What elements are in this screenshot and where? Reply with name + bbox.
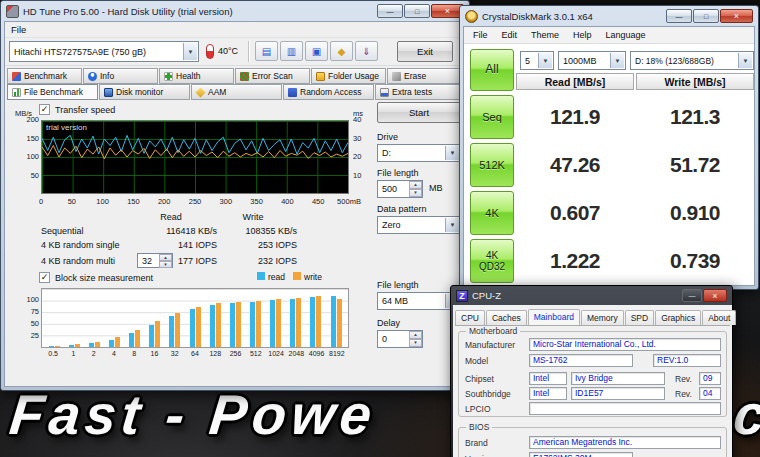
x-axis-tick: 8192 [327, 350, 347, 359]
tab-random-access[interactable]: Random Access [283, 84, 374, 100]
minimize-button[interactable]: — [666, 9, 692, 23]
x-axis-tick: 0.5 [43, 350, 63, 359]
tab-folder-usage[interactable]: Folder Usage [311, 68, 386, 84]
close-button[interactable]: × [720, 9, 753, 23]
spin-up-icon[interactable]: ▲ [409, 181, 422, 189]
tab-spd[interactable]: SPD [625, 310, 654, 325]
tab-info[interactable]: Info [83, 68, 158, 84]
read-bar [89, 343, 94, 347]
favorites-button[interactable]: ◆ [330, 41, 353, 61]
read-bar [69, 345, 74, 347]
cdm-menubar: File Edit Theme Help Language [464, 27, 754, 44]
tab-label: Random Access [300, 87, 361, 97]
chevron-down-icon: ▼ [183, 43, 197, 60]
chevron-down-icon: ▼ [738, 53, 752, 68]
tab-aam[interactable]: AAM [191, 84, 282, 100]
copy-screenshot-button[interactable]: ▤ [255, 41, 278, 61]
x-axis-tick: 400 [281, 197, 294, 206]
menu-file[interactable]: File [466, 30, 495, 40]
x-axis-tick: 350 [250, 197, 263, 206]
tab-label: Health [176, 71, 201, 81]
chipset-rev-label: Rev. [675, 374, 692, 384]
tab-memory[interactable]: Memory [581, 310, 624, 325]
menu-file[interactable]: File [11, 24, 26, 35]
4k-qd32-read-value: 1.222 [516, 239, 634, 283]
spin-up-icon[interactable]: ▲ [409, 331, 422, 339]
file-length-stepper[interactable]: 500 ▲▼ [377, 180, 423, 198]
tab-error-scan[interactable]: Error Scan [235, 68, 310, 84]
cpuz-titlebar[interactable]: Z CPU-Z — × [453, 286, 730, 305]
run-seq-button[interactable]: Seq [470, 95, 514, 139]
start-button[interactable]: Start [377, 102, 461, 123]
run-4k-qd32-button[interactable]: 4K QD32 [470, 239, 514, 283]
block-size-checkbox[interactable]: ✓ [39, 272, 50, 283]
spin-down-icon[interactable]: ▼ [409, 189, 422, 197]
menu-edit[interactable]: Edit [495, 30, 525, 40]
write-bar [316, 296, 321, 348]
tab-benchmark[interactable]: Benchmark [7, 68, 82, 84]
x-axis-tick: 32 [165, 350, 185, 359]
menu-theme[interactable]: Theme [524, 30, 566, 40]
minimize-button[interactable]: — [377, 4, 403, 18]
read-bar [149, 325, 154, 347]
minimize-button[interactable]: — [682, 289, 702, 302]
test-count-value: 5 [525, 56, 530, 66]
run-512k-button[interactable]: 512K [470, 143, 514, 187]
read-bar [129, 333, 134, 347]
menu-language[interactable]: Language [599, 30, 653, 40]
write-bar [115, 337, 120, 347]
result-write-value: 232 IOPS [209, 256, 297, 266]
tab-health[interactable]: Health [159, 68, 234, 84]
copy-text-button[interactable]: ▥ [280, 41, 303, 61]
tab-disk-monitor[interactable]: Disk monitor [99, 84, 190, 100]
x-axis-tick: 128 [205, 350, 225, 359]
tab-label: Error Scan [252, 71, 293, 81]
test-size-dropdown[interactable]: 1000MB ▼ [558, 51, 626, 70]
tab-about[interactable]: About [702, 310, 736, 325]
x-axis-tick: 500mB [337, 197, 361, 206]
tab-mainboard[interactable]: Mainboard [528, 309, 580, 325]
tab-caches[interactable]: Caches [486, 310, 527, 325]
lpcio-label: LPCIO [465, 404, 491, 414]
exit-button[interactable]: Exit [397, 41, 453, 62]
file-length-value: 500 [382, 184, 397, 194]
hdtune-titlebar[interactable]: HD Tune Pro 5.00 - Hard Disk Utility (tr… [4, 1, 466, 21]
tab-graphics[interactable]: Graphics [655, 310, 701, 325]
data-pattern-label: Data pattern [377, 204, 427, 214]
chevron-down-icon: ▼ [445, 146, 459, 160]
drive-dropdown-value: D: [382, 148, 391, 158]
spin-down-icon[interactable]: ▼ [409, 339, 422, 347]
test-count-dropdown[interactable]: 5 ▼ [520, 51, 554, 70]
delay-value: 0 [382, 334, 387, 344]
hdtune-app-icon [6, 5, 19, 18]
cdm-client-area: File Edit Theme Help Language All 5 ▼ 10… [463, 26, 755, 286]
write-bar [95, 342, 100, 347]
transfer-speed-checkbox[interactable]: ✓ [39, 104, 50, 115]
model-field: MS-1762 [529, 354, 633, 367]
run-all-button[interactable]: All [470, 49, 514, 91]
cdm-titlebar[interactable]: CrystalDiskMark 3.0.1 x64 — □ × [463, 6, 755, 26]
maximize-button[interactable]: □ [404, 4, 430, 18]
maximize-button[interactable]: □ [693, 9, 719, 23]
drive-dropdown[interactable]: D: 18% (123/688GB) ▼ [630, 51, 754, 70]
drive-select[interactable]: Hitachi HTS727575A9E (750 gB) ▼ [9, 41, 199, 62]
cpuz-window: Z CPU-Z — × CPU Caches Mainboard Memory … [450, 285, 733, 457]
delay-stepper[interactable]: 0 ▲▼ [377, 330, 423, 348]
menu-help[interactable]: Help [566, 30, 599, 40]
x-axis-tick: 250 [189, 197, 202, 206]
close-button[interactable]: × [703, 289, 727, 302]
read-bar [290, 299, 295, 347]
x-axis-tick: 200 [158, 197, 171, 206]
tab-cpu[interactable]: CPU [455, 310, 485, 325]
save-screenshot-button[interactable]: ▣ [305, 41, 328, 61]
tab-extra-tests[interactable]: Extra tests [375, 84, 466, 100]
block-file-length-dropdown[interactable]: 64 MB ▼ [377, 292, 461, 310]
tab-file-benchmark[interactable]: File Benchmark [7, 84, 98, 100]
data-pattern-dropdown[interactable]: Zero ▼ [377, 216, 461, 234]
x-axis-tick: 512 [246, 350, 266, 359]
run-4k-button[interactable]: 4K [470, 191, 514, 235]
drive-dropdown[interactable]: D: ▼ [377, 144, 461, 162]
update-button[interactable]: ⇓ [355, 41, 378, 61]
tab-erase[interactable]: Erase [387, 68, 462, 84]
read-bar [331, 296, 336, 347]
